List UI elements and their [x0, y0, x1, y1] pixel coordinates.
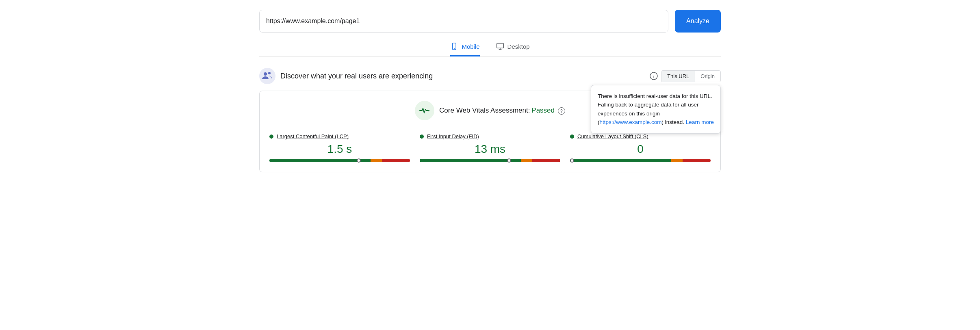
bar-fid-indicator	[507, 158, 511, 163]
url-origin-toggle: i This URL Origin There is insufficient …	[650, 70, 721, 82]
cwv-status: Passed	[531, 106, 555, 114]
bar-cls-indicator	[570, 158, 574, 163]
page-wrapper: Analyze Mobile Desktop	[246, 0, 734, 182]
bar-red	[382, 159, 410, 162]
tooltip-text-part2: ) instead.	[662, 119, 685, 125]
metric-fid-dot	[420, 135, 424, 139]
metric-fid-label[interactable]: First Input Delay (FID)	[427, 133, 479, 139]
tab-mobile-label: Mobile	[462, 43, 479, 50]
metric-cls-bar	[570, 159, 711, 162]
section-header: Discover what your real users are experi…	[259, 68, 721, 84]
metric-fid-bar	[420, 159, 560, 162]
tooltip-learn-more-link[interactable]: Learn more	[686, 119, 714, 125]
metric-lcp-label-row: Largest Contentful Paint (LCP)	[269, 133, 410, 139]
metric-lcp-value: 1.5 s	[269, 143, 410, 156]
tooltip-popup: There is insufficient real-user data for…	[591, 85, 721, 134]
bar-orange	[371, 159, 382, 162]
metric-cls-dot	[570, 135, 574, 139]
cwv-help-icon[interactable]: ?	[558, 107, 565, 115]
metric-cls-label-row: Cumulative Layout Shift (CLS)	[570, 133, 711, 139]
metric-lcp-bar	[269, 159, 410, 162]
origin-toggle-button[interactable]: Origin	[695, 71, 720, 82]
bar-red-cls	[683, 159, 711, 162]
cwv-title-row: Core Web Vitals Assessment: Passed ?	[439, 106, 565, 115]
users-icon	[259, 68, 275, 84]
svg-point-10	[428, 110, 429, 111]
metric-cls: Cumulative Layout Shift (CLS) 0	[570, 133, 711, 162]
svg-point-5	[259, 68, 275, 84]
info-icon[interactable]: i	[650, 72, 658, 80]
bar-red-fid	[532, 159, 560, 162]
bar-lcp-indicator	[357, 158, 361, 163]
metric-lcp-label[interactable]: Largest Contentful Paint (LCP)	[277, 133, 349, 139]
cwv-icon	[415, 101, 434, 120]
desktop-icon	[496, 42, 504, 50]
bar-orange-cls	[671, 159, 683, 162]
tooltip-origin-link[interactable]: https://www.example.com	[600, 119, 662, 125]
this-url-toggle-button[interactable]: This URL	[661, 71, 695, 82]
url-bar-row: Analyze	[259, 10, 721, 33]
bar-green-cls	[570, 159, 671, 162]
metric-fid: First Input Delay (FID) 13 ms	[420, 133, 560, 162]
bar-green-fid	[420, 159, 521, 162]
heartbeat-icon	[419, 105, 430, 116]
tab-desktop[interactable]: Desktop	[496, 42, 530, 56]
toggle-buttons: This URL Origin	[661, 70, 721, 82]
tab-desktop-label: Desktop	[507, 43, 530, 50]
cwv-assessment-label: Core Web Vitals Assessment:	[439, 106, 530, 114]
section-header-left: Discover what your real users are experi…	[259, 68, 433, 84]
svg-point-6	[264, 72, 267, 76]
metric-fid-label-row: First Input Delay (FID)	[420, 133, 560, 139]
bar-green	[269, 159, 371, 162]
mobile-icon	[450, 42, 458, 50]
tab-mobile[interactable]: Mobile	[450, 42, 479, 56]
bar-orange-fid	[521, 159, 532, 162]
metric-cls-value: 0	[570, 143, 711, 156]
metric-fid-value: 13 ms	[420, 143, 560, 156]
tabs-row: Mobile Desktop	[259, 42, 721, 56]
svg-rect-2	[497, 43, 503, 48]
svg-point-7	[268, 72, 271, 74]
metric-lcp: Largest Contentful Paint (LCP) 1.5 s	[269, 133, 410, 162]
section-title: Discover what your real users are experi…	[280, 72, 433, 80]
analyze-button[interactable]: Analyze	[675, 10, 721, 33]
metric-lcp-dot	[269, 135, 273, 139]
metrics-row: Largest Contentful Paint (LCP) 1.5 s Fir…	[269, 133, 711, 162]
url-input[interactable]	[259, 10, 668, 33]
svg-text:i: i	[653, 74, 654, 79]
metric-cls-label[interactable]: Cumulative Layout Shift (CLS)	[577, 133, 648, 139]
